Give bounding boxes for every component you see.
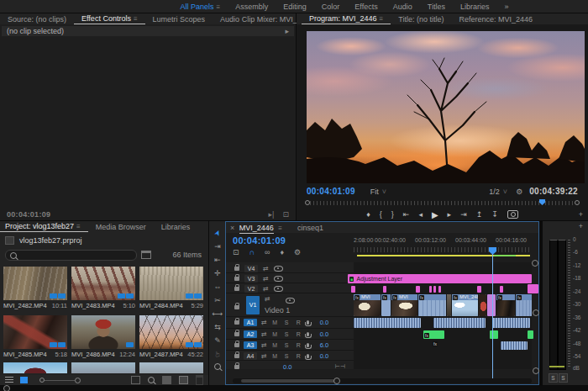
sync-lock-icon[interactable]: ⇄: [261, 330, 267, 338]
track-output-eye-icon[interactable]: [274, 276, 283, 282]
mute-button[interactable]: M: [271, 353, 279, 359]
keyframe-nav-icon[interactable]: ⊢⊣: [335, 363, 345, 370]
export-frame-camera-icon[interactable]: [507, 210, 518, 219]
program-timecode[interactable]: 00:04:01:09: [307, 187, 355, 196]
pink-clip[interactable]: [416, 286, 420, 293]
find-icon[interactable]: [148, 377, 155, 383]
automate-to-sequence-icon[interactable]: [131, 376, 140, 384]
linked-selection-icon[interactable]: ∞: [265, 248, 270, 256]
step-forward-icon[interactable]: ▸: [448, 210, 452, 219]
video-clip[interactable]: fxMVI: [391, 294, 417, 316]
pink-clip[interactable]: [528, 284, 538, 293]
mute-button[interactable]: M: [271, 320, 279, 325]
tab-program-monitor[interactable]: Program: MVI_2446≡: [302, 14, 391, 24]
track-volume[interactable]: 6.0: [320, 341, 328, 349]
sync-lock-icon[interactable]: ⇄: [261, 319, 267, 326]
pink-clip[interactable]: [351, 286, 355, 293]
panel-plus-icon[interactable]: +: [579, 222, 583, 230]
track-target-a2[interactable]: A2: [244, 330, 257, 338]
audio-clip[interactable]: [354, 318, 421, 328]
video-clip[interactable]: fx: [418, 294, 446, 316]
search-input[interactable]: [5, 250, 137, 261]
video-clip[interactable]: [479, 294, 486, 316]
sync-lock-icon[interactable]: ⇄: [261, 341, 267, 349]
lock-icon[interactable]: [234, 354, 239, 358]
track-target-a4[interactable]: A4: [244, 352, 257, 360]
menu-icon[interactable]: ≡: [134, 15, 138, 23]
hand-tool[interactable]: ☞: [211, 346, 224, 362]
sync-lock-icon[interactable]: ⇄: [263, 285, 269, 293]
music-clip[interactable]: [490, 330, 498, 339]
pink-clip[interactable]: [429, 286, 432, 293]
tab-project[interactable]: Project: vlog13feb27≡: [0, 222, 88, 232]
video-clip[interactable]: fx: [496, 294, 515, 316]
lock-icon[interactable]: [234, 343, 239, 347]
mark-in-icon[interactable]: {: [380, 210, 382, 219]
sync-lock-icon[interactable]: ⇄: [261, 352, 267, 360]
lock-icon[interactable]: [234, 365, 239, 369]
twirl-arrow-icon[interactable]: ▸: [285, 27, 289, 35]
slip-tool[interactable]: ⟷: [209, 307, 226, 320]
solo-button[interactable]: S: [283, 320, 291, 325]
lift-icon[interactable]: ↥: [476, 210, 483, 219]
workspace-tab-assembly[interactable]: Assembly: [228, 3, 276, 11]
track-target-v3[interactable]: V3: [244, 275, 258, 283]
zoom-tool[interactable]: [209, 361, 226, 374]
pink-clip[interactable]: [433, 286, 436, 293]
scrollbar-knob[interactable]: [333, 378, 340, 384]
filter-bin-icon[interactable]: [141, 251, 151, 259]
timeline-ruler[interactable]: 2:08:00 00:02:40:00 00:03:12:00 00:03:44…: [354, 234, 532, 262]
sync-lock-icon[interactable]: ⇄: [263, 275, 269, 283]
tab-libraries[interactable]: Libraries: [154, 223, 198, 231]
tab-lumetri-scopes[interactable]: Lumetri Scopes: [145, 15, 213, 24]
slide-tool[interactable]: ⇆: [209, 320, 226, 334]
pink-clip[interactable]: [477, 286, 481, 293]
lock-icon[interactable]: [234, 267, 239, 271]
music-clip[interactable]: [528, 330, 533, 339]
track-output-eye-icon[interactable]: [286, 298, 295, 304]
clip-thumbnail[interactable]: [71, 315, 135, 349]
fit-dropdown[interactable]: Fit˅: [370, 188, 386, 196]
audio-clip[interactable]: [492, 318, 530, 328]
workspace-tab-audio[interactable]: Audio: [386, 3, 420, 11]
clip-thumbnail[interactable]: [71, 362, 135, 373]
vertical-scroll-knob[interactable]: [533, 309, 539, 316]
track-target-v1[interactable]: V1: [246, 296, 260, 314]
master-volume[interactable]: 0.0: [283, 363, 291, 371]
workspace-tab-titles[interactable]: Titles: [420, 3, 453, 11]
adjustment-layer-clip[interactable]: ■ Adjustment Layer: [348, 274, 532, 283]
track-volume[interactable]: 0.0: [320, 319, 328, 326]
clip-thumbnail[interactable]: [3, 267, 67, 300]
mark-out-icon[interactable]: }: [391, 210, 394, 219]
solo-right-button[interactable]: S: [559, 373, 568, 383]
video-clip[interactable]: fxMVI_248: [452, 294, 478, 316]
button-editor-plus-icon[interactable]: +: [579, 210, 583, 219]
lock-icon[interactable]: [234, 332, 239, 336]
workspace-tab-libraries[interactable]: Libraries: [453, 3, 497, 11]
mute-button[interactable]: M: [271, 342, 279, 348]
workspace-tab-effects[interactable]: Effects: [347, 3, 385, 11]
clip-thumbnail[interactable]: [139, 315, 203, 349]
voiceover-mic-icon[interactable]: [307, 354, 309, 358]
track-target-a3[interactable]: A3: [244, 341, 257, 349]
vertical-scroll-knob[interactable]: [533, 367, 539, 374]
timeline-playhead-line[interactable]: [492, 254, 493, 378]
clip-thumbnail[interactable]: [71, 267, 135, 300]
clip-thumbnail[interactable]: [139, 362, 203, 373]
play-around-icon[interactable]: ▸|: [269, 210, 275, 219]
track-volume[interactable]: 0.0: [320, 330, 328, 338]
timeline-zoom-knob[interactable]: [532, 260, 538, 267]
video-clip[interactable]: fx: [381, 294, 391, 316]
timeline-settings-icon[interactable]: ⚙: [294, 248, 301, 256]
pink-clip[interactable]: [383, 286, 386, 293]
tab-reference[interactable]: Reference: MVI_2446: [451, 15, 540, 24]
timeline-h-scrollbar[interactable]: [233, 378, 532, 383]
clip-thumbnail[interactable]: [3, 315, 67, 349]
video-clip-selected[interactable]: [487, 294, 496, 316]
tab-sequence-mvi2446[interactable]: × MVI_2446 ≡: [226, 224, 290, 232]
new-bin-icon[interactable]: [162, 376, 171, 384]
record-arm-button[interactable]: R: [295, 342, 302, 348]
rate-stretch-tool[interactable]: ⇔: [209, 280, 226, 293]
icon-view-icon[interactable]: [20, 377, 28, 383]
record-arm-button[interactable]: R: [295, 353, 302, 359]
